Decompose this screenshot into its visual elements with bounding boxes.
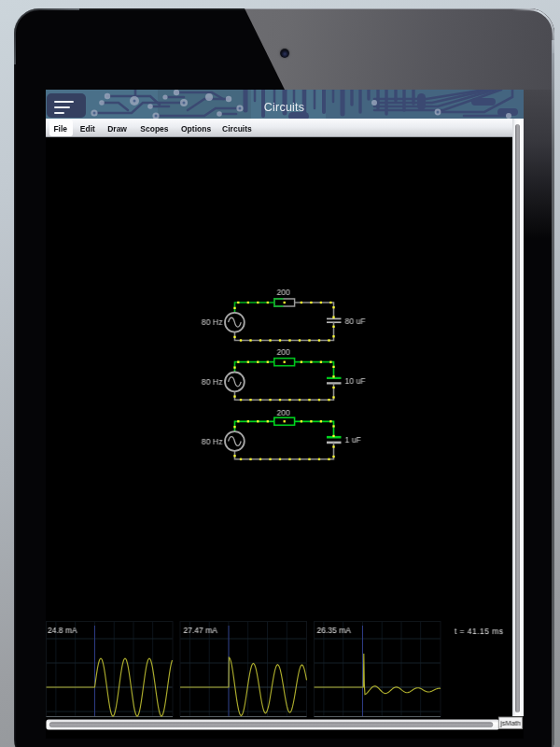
svg-text:26.35 mA: 26.35 mA <box>316 626 351 635</box>
svg-text:80 uF: 80 uF <box>344 317 365 326</box>
svg-text:200: 200 <box>276 346 290 356</box>
svg-text:jsMath: jsMath <box>499 719 521 727</box>
svg-text:80 Hz: 80 Hz <box>201 377 222 387</box>
svg-text:200: 200 <box>276 288 290 297</box>
svg-text:1 uF: 1 uF <box>344 435 360 444</box>
svg-text:t = 41.15 ms: t = 41.15 ms <box>454 627 502 636</box>
svg-text:27.47 mA: 27.47 mA <box>183 626 217 635</box>
svg-text:10 uF: 10 uF <box>344 376 365 386</box>
svg-text:80 Hz: 80 Hz <box>201 436 222 445</box>
svg-text:24.8 mA: 24.8 mA <box>47 626 77 635</box>
svg-text:80 Hz: 80 Hz <box>201 317 222 327</box>
svg-text:200: 200 <box>276 408 290 417</box>
